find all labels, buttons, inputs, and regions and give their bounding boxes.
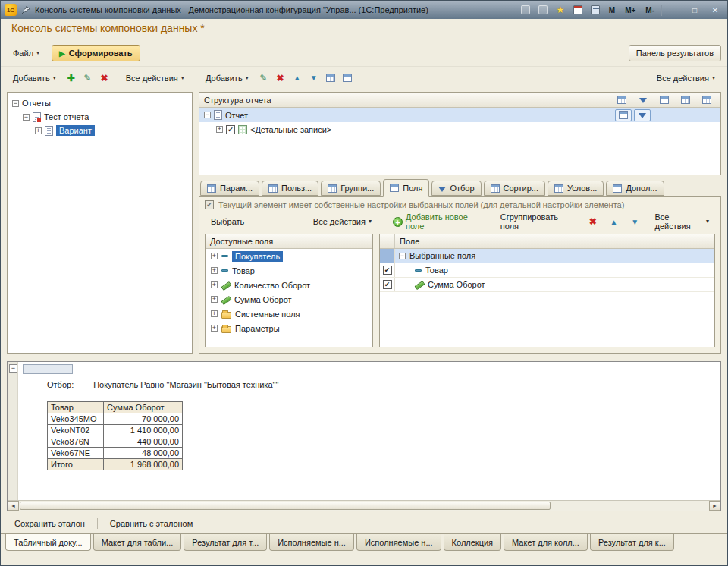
- pushpin-icon[interactable]: [20, 5, 31, 15]
- collapse-icon[interactable]: −: [23, 114, 30, 121]
- reports-all-actions-button[interactable]: Все действия ▾: [120, 70, 190, 86]
- service-icon-1[interactable]: [519, 3, 532, 17]
- selected-product-checkbox[interactable]: ✔: [383, 266, 392, 275]
- field-move-down-icon[interactable]: ▼: [628, 214, 642, 229]
- selected-all-actions-button[interactable]: Все действия ▾: [649, 213, 715, 230]
- tab-grouping[interactable]: Группи...: [321, 181, 381, 196]
- row-filter-icon[interactable]: [634, 109, 651, 121]
- edit-element-icon[interactable]: ✎: [256, 71, 271, 86]
- result-table[interactable]: Товар Сумма Оборот Veko345MO 70 000,00 V…: [47, 401, 183, 470]
- bottom-tab-layout-for-table[interactable]: Макет для табли...: [93, 534, 182, 551]
- field-move-up-icon[interactable]: ▲: [607, 214, 621, 229]
- sort-column-icon[interactable]: [657, 95, 671, 105]
- available-field-buyer[interactable]: + Покупатель: [206, 249, 372, 263]
- delete-element-icon[interactable]: ✖: [273, 71, 288, 86]
- delete-report-icon[interactable]: ✖: [97, 71, 112, 86]
- tree-item-test-report[interactable]: − Тест отчета: [8, 110, 192, 124]
- group-collapse-button[interactable]: −: [9, 364, 17, 373]
- memory-m-minus-button[interactable]: М-: [642, 6, 657, 14]
- select-field-button[interactable]: Выбрать: [205, 213, 250, 230]
- available-field-system-fields[interactable]: + Системные поля: [206, 307, 372, 321]
- scroll-right-button[interactable]: ►: [709, 501, 720, 511]
- filter-column-icon[interactable]: [636, 95, 650, 105]
- product-cell[interactable]: Veko345MO: [48, 413, 104, 425]
- detail-records-checkbox[interactable]: ✔: [226, 125, 235, 134]
- tab-filter[interactable]: Отбор: [431, 181, 481, 196]
- calculator-icon[interactable]: [588, 3, 602, 17]
- favorites-star-icon[interactable]: ★: [554, 3, 567, 17]
- results-panel-button[interactable]: Панель результатов: [629, 45, 721, 61]
- result-header-row[interactable]: Товар Сумма Оборот: [48, 402, 183, 413]
- product-cell[interactable]: VekoNT02: [48, 425, 104, 436]
- tab-user-fields[interactable]: Польз...: [262, 181, 318, 196]
- bottom-tab-result-for-table[interactable]: Результат для т...: [184, 534, 267, 551]
- appearance-column-icon[interactable]: [679, 95, 692, 105]
- minimize-button[interactable]: –: [666, 3, 682, 17]
- tab-fields[interactable]: Поля: [383, 179, 429, 197]
- structure-add-button[interactable]: Добавить ▾: [199, 70, 255, 86]
- move-down-icon[interactable]: ▼: [306, 71, 322, 86]
- tab-sorting[interactable]: Сортир...: [484, 181, 545, 196]
- total-sum-cell[interactable]: 1 968 000,00: [104, 459, 183, 470]
- structure-row-detail-records[interactable]: + ✔ <Детальные записи>: [199, 122, 720, 137]
- result-header-product[interactable]: Товар: [48, 402, 104, 413]
- group-fields-button[interactable]: Сгруппировать поля: [494, 213, 579, 230]
- structure-row-report[interactable]: − Отчет: [199, 108, 720, 122]
- other-settings-column-icon[interactable]: [700, 95, 714, 105]
- collapse-icon[interactable]: −: [12, 100, 19, 107]
- edit-report-icon[interactable]: ✎: [80, 71, 96, 86]
- available-field-product[interactable]: + Товар: [206, 263, 372, 278]
- selected-fields-root-row[interactable]: − Выбранные поля: [380, 249, 714, 263]
- tree-item-variant[interactable]: + Вариант: [8, 124, 192, 137]
- memory-m-plus-button[interactable]: М+: [622, 6, 639, 14]
- structure-all-actions-button[interactable]: Все действия ▾: [651, 70, 721, 86]
- selected-field-product-row[interactable]: ✔ Товар: [380, 263, 714, 278]
- selected-sum-checkbox[interactable]: ✔: [383, 280, 392, 289]
- collapse-icon[interactable]: −: [204, 112, 211, 118]
- scroll-left-button[interactable]: ◄: [8, 501, 19, 511]
- move-up-icon[interactable]: ▲: [290, 71, 305, 86]
- expand-icon[interactable]: +: [211, 325, 218, 332]
- bottom-tab-spreadsheet-document[interactable]: Табличный доку...: [5, 534, 91, 551]
- table-row[interactable]: Veko876N 440 000,00: [48, 436, 183, 448]
- compare-etalon-button[interactable]: Сравнить с эталоном: [104, 515, 199, 532]
- sum-cell[interactable]: 440 000,00: [104, 436, 183, 448]
- table-row[interactable]: VekoNT02 1 410 000,00: [48, 425, 183, 436]
- table-row[interactable]: Veko67NE 48 000,00: [48, 448, 183, 459]
- result-spreadsheet[interactable]: − Отбор: Покупатель Равно "Магазин "Быто…: [7, 361, 721, 511]
- scrollbar-thumb[interactable]: [20, 502, 551, 510]
- add-new-field-button[interactable]: + Добавить новое поле: [387, 213, 488, 230]
- delete-field-icon[interactable]: ✖: [586, 214, 601, 229]
- expand-icon[interactable]: +: [35, 127, 42, 134]
- available-field-sum-turnover[interactable]: + Сумма Оборот: [206, 292, 372, 307]
- save-etalon-button[interactable]: Сохранить эталон: [8, 515, 91, 532]
- row-fields-icon[interactable]: [615, 109, 632, 121]
- sum-cell[interactable]: 1 410 000,00: [104, 425, 183, 436]
- spreadsheet-name-box[interactable]: [23, 364, 73, 374]
- maximize-button[interactable]: □: [686, 3, 703, 17]
- tab-additional[interactable]: Допол...: [606, 181, 664, 196]
- row-selector-cell[interactable]: [380, 249, 395, 263]
- generate-button[interactable]: ▶ Сформировать: [52, 45, 140, 61]
- file-menu-button[interactable]: Файл ▾: [7, 45, 46, 61]
- sum-cell[interactable]: 48 000,00: [104, 448, 183, 459]
- collapse-icon[interactable]: −: [399, 253, 406, 259]
- tab-conditional-appearance[interactable]: Услов...: [548, 181, 604, 196]
- service-icon-2[interactable]: [536, 3, 550, 17]
- expand-icon[interactable]: +: [211, 267, 218, 274]
- selected-field-sum-row[interactable]: ✔ Сумма Оборот: [380, 278, 714, 292]
- bottom-tab-executable-1[interactable]: Исполняемые н...: [269, 534, 354, 551]
- product-cell[interactable]: Veko876N: [48, 436, 104, 448]
- group-elements-icon[interactable]: [323, 71, 338, 86]
- reports-add-button[interactable]: Добавить ▾: [7, 70, 62, 86]
- expand-icon[interactable]: +: [211, 310, 218, 317]
- available-field-parameters[interactable]: + Параметры: [206, 321, 372, 335]
- result-header-sum[interactable]: Сумма Оборот: [104, 402, 183, 413]
- expand-icon[interactable]: +: [216, 126, 223, 133]
- add-report-icon[interactable]: ✚: [64, 71, 79, 86]
- sum-cell[interactable]: 70 000,00: [104, 413, 183, 425]
- bottom-tab-executable-2[interactable]: Исполняемые н...: [356, 534, 441, 551]
- total-label-cell[interactable]: Итого: [48, 459, 104, 470]
- fields-column-icon[interactable]: [615, 95, 629, 105]
- product-cell[interactable]: Veko67NE: [48, 448, 104, 459]
